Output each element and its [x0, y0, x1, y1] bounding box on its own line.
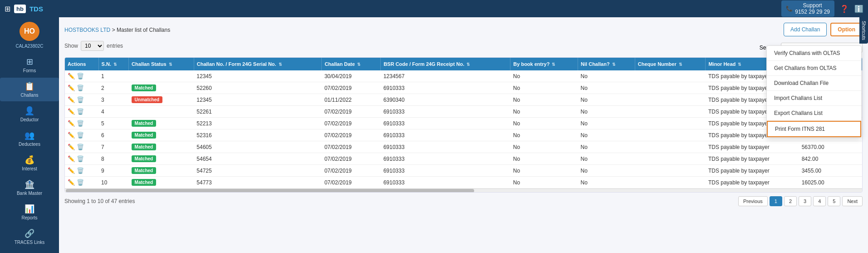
hb-logo: hb — [14, 5, 26, 13]
phone-icon: 📞 — [786, 5, 793, 12]
top-navigation: ⊞ hb TDS 📞 Support 9152 29 29 29 ❓ ℹ️ — [0, 0, 868, 17]
info-icon[interactable]: ℹ️ — [854, 5, 863, 13]
nav-logo-area: ⊞ hb TDS — [5, 5, 43, 13]
nav-right-area: 📞 Support 9152 29 29 29 ❓ ℹ️ — [781, 0, 863, 17]
tds-logo: TDS — [29, 5, 43, 13]
grid-icon: ⊞ — [5, 5, 10, 13]
support-button[interactable]: 📞 Support 9152 29 29 29 — [781, 0, 834, 17]
help-icon[interactable]: ❓ — [840, 5, 849, 13]
